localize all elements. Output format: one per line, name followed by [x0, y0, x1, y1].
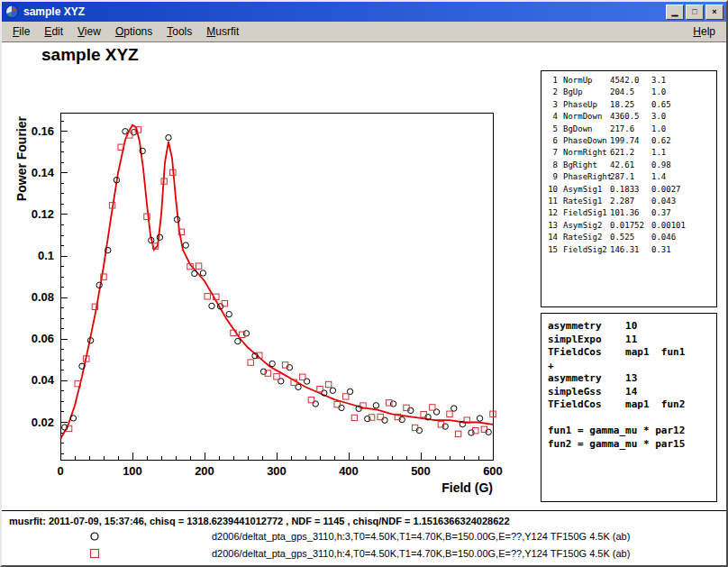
param-pn: 6 — [547, 135, 558, 147]
data-point-circle — [192, 270, 197, 276]
data-point-circle — [469, 430, 474, 435]
param-pn: 9 — [547, 171, 558, 183]
menu-tools[interactable]: Tools — [159, 23, 199, 41]
param-perr: 3.0 — [651, 111, 716, 123]
y-tick-label: 0.16 — [32, 124, 54, 138]
legend-marker-circle — [88, 530, 101, 543]
data-point-circle — [157, 234, 162, 240]
menu-view[interactable]: View — [70, 23, 108, 41]
data-point-circle — [235, 338, 241, 343]
window-title: sample XYZ — [23, 5, 664, 18]
param-pval: 217.6 — [610, 123, 651, 135]
x-tick-label: 400 — [339, 464, 359, 478]
y-tick-label: 0.08 — [32, 290, 54, 304]
fit-line — [60, 125, 493, 439]
param-perr: 1.0 — [651, 87, 716, 98]
param-pn: 1 — [547, 75, 558, 87]
x-tick-label: 500 — [411, 464, 431, 478]
data-point-square — [196, 263, 201, 269]
y-tick-label: 0.02 — [32, 416, 54, 429]
legend-label: d2006/deltat_pta_gps_3110,h:4,T0=4.50K,T… — [212, 548, 630, 559]
param-row: 15FieldSig2146.310.31 — [547, 244, 716, 256]
param-pval: 0.01752 — [610, 220, 651, 232]
menu-options[interactable]: Options — [108, 23, 159, 41]
data-point-circle — [477, 416, 482, 421]
param-perr: 0.31 — [651, 244, 716, 256]
param-pval: 204.5 — [610, 87, 651, 98]
param-row: 10AsymSig10.18330.0027 — [547, 184, 716, 196]
theory-line: asymmetry 13 — [548, 372, 716, 386]
theory-lines: asymmetry 10simplExpo 11TFieldCos map1 f… — [548, 320, 716, 451]
menubar-left: FileEditViewOptionsToolsMusrfit — [5, 23, 246, 41]
x-tick-label: 600 — [483, 464, 503, 478]
data-point-square — [421, 412, 426, 417]
param-pval: 4360.5 — [610, 111, 651, 123]
y-tick-label: 0.12 — [32, 207, 54, 221]
param-perr: 0.37 — [651, 207, 716, 219]
status-bar: musrfit: 2011-07-09, 15:37:46, chisq = 1… — [2, 510, 726, 565]
app-window: sample XYZ ▁ □ × FileEditViewOptionsTool… — [0, 0, 728, 567]
data-point-circle — [70, 416, 76, 421]
data-point-circle — [442, 424, 448, 429]
param-pn: 12 — [547, 207, 558, 219]
menu-musrfit[interactable]: Musrfit — [199, 23, 246, 41]
x-tick-label: 300 — [267, 464, 287, 478]
data-point-square — [282, 362, 287, 368]
legend-row: d2006/deltat_pta_gps_3110,h:3,T0=4.50K,T… — [2, 529, 726, 544]
legend-row: d2006/deltat_pta_gps_3110,h:4,T0=4.50K,T… — [2, 546, 726, 562]
param-pname: PhaseDown — [563, 135, 610, 147]
param-pn: 11 — [547, 196, 558, 207]
menu-file[interactable]: File — [5, 23, 37, 41]
data-point-square — [447, 411, 452, 416]
param-perr: 1.1 — [651, 147, 716, 159]
close-button[interactable]: × — [705, 5, 723, 20]
theory-line: TFieldCos map1 fun2 — [548, 398, 716, 412]
param-pval: 18.25 — [610, 99, 651, 111]
data-point-circle — [200, 270, 205, 276]
y-tick-label: 0.14 — [32, 166, 55, 179]
param-row: 9PhaseRight287.11.4 — [547, 171, 716, 183]
data-point-square — [430, 405, 435, 410]
param-pname: NormDown — [563, 111, 610, 123]
data-point-square — [455, 431, 460, 436]
plot-frame — [60, 113, 493, 460]
menu-help[interactable]: Help — [686, 23, 723, 41]
legend-marker-square — [88, 547, 101, 560]
theory-line — [548, 412, 716, 425]
data-point-square — [274, 374, 279, 380]
x-axis-title: Field (G) — [441, 480, 493, 495]
y-axis-title: Power Fourier — [14, 115, 29, 201]
param-row: 2BgUp204.51.0 — [547, 87, 716, 98]
param-perr: 0.65 — [651, 99, 716, 111]
param-pname: PhaseUp — [563, 99, 610, 111]
data-point-circle — [365, 416, 370, 421]
param-perr: 3.1 — [651, 75, 716, 87]
theory-line: fun2 = gamma_mu * par15 — [548, 438, 716, 452]
param-pn: 14 — [547, 232, 558, 243]
maximize-button[interactable]: □ — [686, 5, 704, 20]
menu-edit[interactable]: Edit — [37, 23, 70, 41]
param-pn: 5 — [547, 123, 558, 135]
data-point-circle — [183, 242, 188, 248]
param-pn: 7 — [547, 147, 558, 159]
data-point-square — [205, 294, 210, 299]
param-pname: FieldSig2 — [563, 244, 610, 256]
minimize-button[interactable]: ▁ — [666, 5, 684, 20]
param-pname: BgRight — [563, 160, 610, 171]
data-point-circle — [330, 388, 335, 393]
param-pval: 4542.0 — [610, 75, 651, 87]
menubar: FileEditViewOptionsToolsMusrfit Help — [2, 22, 726, 42]
param-perr: 0.62 — [651, 135, 716, 147]
param-row: 11RateSig12.2870.043 — [547, 196, 716, 207]
param-pn: 3 — [547, 99, 558, 111]
x-tick-label: 100 — [123, 464, 142, 478]
param-pname: BgUp — [563, 87, 610, 98]
data-point-square — [404, 405, 409, 410]
param-pname: NormRight — [563, 147, 610, 159]
data-point-circle — [269, 361, 275, 366]
param-row: 8BgRight42.610.98 — [547, 160, 716, 171]
y-tick-label: 0.06 — [32, 332, 54, 345]
theory-line: simpleGss 14 — [548, 386, 716, 399]
data-point-square — [481, 426, 487, 432]
param-pn: 8 — [547, 160, 558, 171]
